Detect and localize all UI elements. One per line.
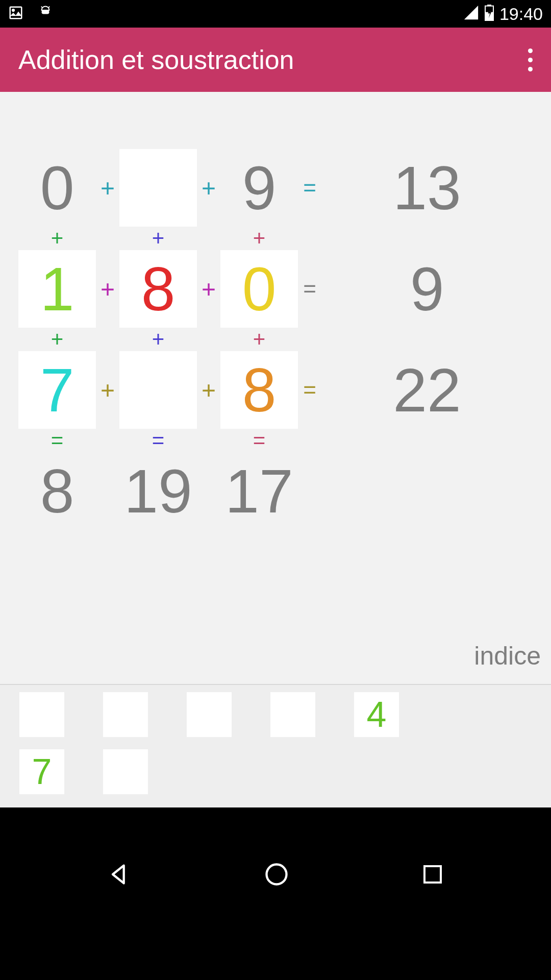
status-bar: 19:40 xyxy=(0,0,551,28)
puzzle-input-cell[interactable]: 8 xyxy=(220,351,298,429)
svg-point-1 xyxy=(12,9,14,11)
vertical-operators: === xyxy=(18,429,533,452)
android-icon xyxy=(38,5,53,22)
hint-button[interactable]: indice xyxy=(474,641,541,671)
app-bar: Addition et soustraction xyxy=(0,28,551,92)
number-tile[interactable]: 4 xyxy=(354,692,399,737)
equals-sign: = xyxy=(152,428,165,453)
plus-sign: + xyxy=(152,327,165,352)
svg-rect-9 xyxy=(424,866,441,883)
row-result: 22 xyxy=(321,355,533,425)
equals-sign: = xyxy=(253,428,266,453)
puzzle-input-cell[interactable]: 7 xyxy=(18,351,96,429)
puzzle-input-cell[interactable]: 8 xyxy=(119,250,197,328)
number-tile[interactable] xyxy=(270,692,315,737)
plus-sign: + xyxy=(253,327,266,352)
plus-sign: + xyxy=(197,174,220,202)
navigation-bar xyxy=(0,842,551,909)
equals-sign: = xyxy=(298,377,321,403)
puzzle-input-cell[interactable] xyxy=(119,149,197,227)
column-result: 17 xyxy=(220,452,298,530)
home-button[interactable] xyxy=(263,861,290,890)
puzzle-value-cell: 0 xyxy=(18,149,96,227)
plus-sign: + xyxy=(96,275,119,303)
plus-sign: + xyxy=(253,226,266,251)
plus-sign: + xyxy=(197,275,220,303)
number-tile[interactable]: 7 xyxy=(19,749,64,794)
page-title: Addition et soustraction xyxy=(18,44,294,75)
recents-button[interactable] xyxy=(420,862,445,889)
puzzle-row: 1+8+0=9 xyxy=(18,250,533,328)
number-tile[interactable] xyxy=(103,749,148,794)
puzzle-input-cell[interactable]: 1 xyxy=(18,250,96,328)
column-results: 81917 xyxy=(18,452,533,530)
equals-sign: = xyxy=(298,276,321,302)
equals-sign: = xyxy=(298,175,321,201)
status-time: 19:40 xyxy=(499,4,543,24)
svg-rect-2 xyxy=(42,10,49,14)
column-result: 8 xyxy=(18,452,96,530)
column-result: 19 xyxy=(119,452,197,530)
vertical-operators: +++ xyxy=(18,227,533,250)
row-result: 13 xyxy=(321,153,533,223)
plus-sign: + xyxy=(51,327,64,352)
plus-sign: + xyxy=(96,376,119,404)
number-tile[interactable] xyxy=(19,692,64,737)
gallery-icon xyxy=(8,5,23,22)
vertical-operators: +++ xyxy=(18,328,533,351)
puzzle-row: 7++8=22 xyxy=(18,351,533,429)
svg-point-3 xyxy=(43,9,44,10)
number-tile[interactable] xyxy=(103,692,148,737)
overflow-menu-icon[interactable] xyxy=(528,48,533,71)
puzzle-input-cell[interactable]: 0 xyxy=(220,250,298,328)
svg-point-8 xyxy=(267,865,287,885)
puzzle-row: 0++9=13 xyxy=(18,149,533,227)
equals-sign: = xyxy=(51,428,64,453)
puzzle-area: 0++9=13+++1+8+0=9+++7++8=22===81917 indi… xyxy=(0,92,551,684)
svg-point-4 xyxy=(47,9,48,10)
plus-sign: + xyxy=(152,226,165,251)
plus-sign: + xyxy=(96,174,119,202)
back-button[interactable] xyxy=(106,861,133,890)
number-tile[interactable] xyxy=(187,692,232,737)
spacer xyxy=(0,807,551,842)
svg-rect-7 xyxy=(487,5,491,6)
plus-sign: + xyxy=(51,226,64,251)
battery-charging-icon xyxy=(484,5,494,23)
puzzle-value-cell: 9 xyxy=(220,149,298,227)
tile-palette: 4 7 xyxy=(0,685,551,807)
svg-rect-0 xyxy=(10,7,22,19)
row-result: 9 xyxy=(321,254,533,324)
puzzle-input-cell[interactable] xyxy=(119,351,197,429)
signal-icon xyxy=(464,5,479,22)
plus-sign: + xyxy=(197,376,220,404)
